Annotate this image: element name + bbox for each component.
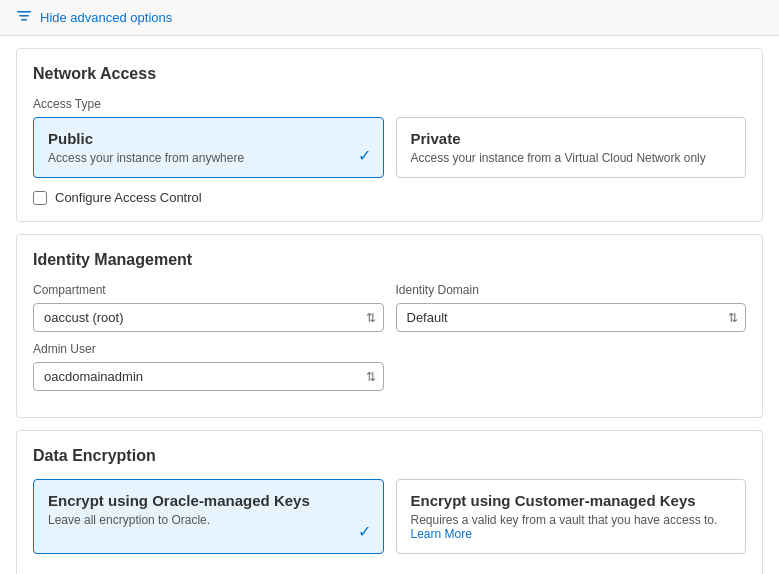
customer-managed-desc: Requires a valid key from a vault that y… [411, 513, 732, 541]
oracle-managed-desc: Leave all encryption to Oracle. [48, 513, 369, 527]
network-access-section: Network Access Access Type Public Access… [16, 48, 763, 222]
oracle-managed-option[interactable]: Encrypt using Oracle-managed Keys Leave … [33, 479, 384, 554]
admin-user-select[interactable]: oacdomainadmin [33, 362, 384, 391]
compartment-select-wrapper: oaccust (root) [33, 303, 384, 332]
svg-rect-2 [21, 19, 27, 21]
identity-domain-label: Identity Domain [396, 283, 747, 297]
admin-user-group: Admin User oacdomainadmin [33, 342, 384, 391]
data-encryption-section: Data Encryption Encrypt using Oracle-man… [16, 430, 763, 574]
configure-access-label[interactable]: Configure Access Control [55, 190, 202, 205]
public-option-title: Public [48, 130, 369, 147]
public-option-desc: Access your instance from anywhere [48, 151, 369, 165]
compartment-group: Compartment oaccust (root) [33, 283, 384, 332]
oracle-managed-title: Encrypt using Oracle-managed Keys [48, 492, 369, 509]
identity-management-section: Identity Management Compartment oaccust … [16, 234, 763, 418]
network-access-title: Network Access [33, 65, 746, 83]
public-check-icon: ✓ [358, 146, 371, 165]
learn-more-link[interactable]: Learn More [411, 527, 472, 541]
compartment-identity-row: Compartment oaccust (root) Identity Doma… [33, 283, 746, 332]
admin-user-spacer [396, 342, 747, 391]
compartment-select[interactable]: oaccust (root) [33, 303, 384, 332]
private-option-title: Private [411, 130, 732, 147]
admin-user-select-wrapper: oacdomainadmin [33, 362, 384, 391]
identity-management-title: Identity Management [33, 251, 746, 269]
filter-icon [16, 8, 32, 27]
configure-access-control-row: Configure Access Control [33, 190, 746, 205]
identity-domain-group: Identity Domain Default [396, 283, 747, 332]
admin-user-row: Admin User oacdomainadmin [33, 342, 746, 391]
private-option-desc: Access your instance from a Virtual Clou… [411, 151, 732, 165]
identity-domain-select-wrapper: Default [396, 303, 747, 332]
svg-rect-0 [17, 11, 31, 13]
public-access-option[interactable]: Public Access your instance from anywher… [33, 117, 384, 178]
access-type-label: Access Type [33, 97, 746, 111]
top-bar: Hide advanced options [0, 0, 779, 36]
configure-access-checkbox[interactable] [33, 191, 47, 205]
svg-rect-1 [19, 15, 29, 17]
access-type-options: Public Access your instance from anywher… [33, 117, 746, 178]
admin-user-label: Admin User [33, 342, 384, 356]
oracle-managed-check-icon: ✓ [358, 522, 371, 541]
hide-advanced-options-link[interactable]: Hide advanced options [40, 10, 172, 25]
encryption-options: Encrypt using Oracle-managed Keys Leave … [33, 479, 746, 554]
customer-managed-option[interactable]: Encrypt using Customer-managed Keys Requ… [396, 479, 747, 554]
identity-domain-select[interactable]: Default [396, 303, 747, 332]
compartment-label: Compartment [33, 283, 384, 297]
data-encryption-title: Data Encryption [33, 447, 746, 465]
customer-managed-title: Encrypt using Customer-managed Keys [411, 492, 732, 509]
private-access-option[interactable]: Private Access your instance from a Virt… [396, 117, 747, 178]
